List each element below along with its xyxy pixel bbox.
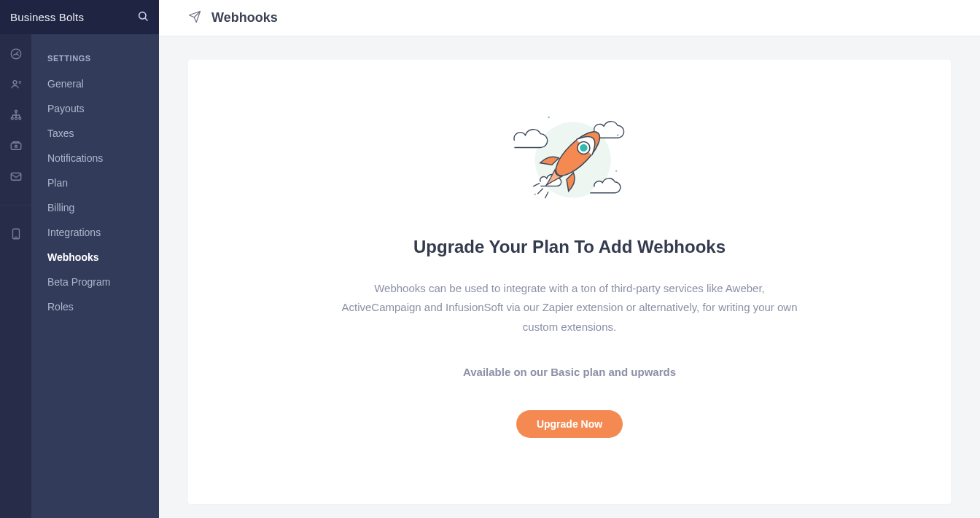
topbar: Webhooks — [159, 0, 980, 36]
sidebar-item-general[interactable]: General — [31, 71, 159, 96]
paper-plane-icon — [188, 10, 201, 26]
svg-line-22 — [534, 182, 540, 188]
brandbar: Business Bolts — [0, 0, 159, 34]
search-icon[interactable] — [137, 10, 149, 25]
sidebar-section-label: SETTINGS — [31, 36, 159, 71]
upgrade-availability: Available on our Basic plan and upwards — [463, 366, 676, 378]
svg-point-5 — [11, 117, 13, 119]
docs-icon[interactable] — [9, 227, 23, 240]
sidebar-item-notifications[interactable]: Notifications — [31, 146, 159, 170]
mail-icon[interactable] — [9, 170, 23, 183]
payments-icon[interactable] — [9, 139, 23, 152]
sidebar-item-label: Taxes — [47, 127, 74, 139]
sidebar-item-label: Webhooks — [47, 251, 99, 263]
sidebar-item-payouts[interactable]: Payouts — [31, 96, 159, 121]
sidebar-item-label: Payouts — [47, 103, 85, 114]
svg-point-17 — [534, 193, 536, 195]
sidebar-item-roles[interactable]: Roles — [31, 294, 159, 319]
svg-line-23 — [544, 192, 550, 198]
svg-line-21 — [538, 189, 543, 194]
dashboard-icon[interactable] — [9, 47, 23, 60]
sidebar-item-label: General — [47, 78, 84, 90]
page-title: Webhooks — [211, 10, 278, 25]
svg-point-15 — [617, 134, 618, 136]
rail-divider — [0, 205, 31, 205]
sidebar-item-label: Integrations — [47, 227, 101, 238]
sidebar-item-label: Notifications — [47, 152, 103, 164]
sidebar-item-beta-program[interactable]: Beta Program — [31, 270, 159, 294]
svg-point-6 — [15, 117, 17, 119]
icon-rail — [0, 0, 31, 518]
upgrade-card: Upgrade Your Plan To Add Webhooks Webhoo… — [188, 60, 951, 504]
sidebar-item-label: Roles — [47, 301, 74, 313]
svg-point-7 — [18, 117, 20, 119]
sidebar-item-integrations[interactable]: Integrations — [31, 220, 159, 245]
sidebar-item-webhooks[interactable]: Webhooks — [31, 245, 159, 270]
sidebar-item-label: Plan — [47, 177, 68, 189]
svg-point-3 — [13, 81, 17, 85]
svg-point-16 — [615, 170, 617, 171]
upgrade-heading: Upgrade Your Plan To Add Webhooks — [413, 237, 726, 257]
sidebar-item-plan[interactable]: Plan — [31, 170, 159, 195]
main: Webhooks — [159, 0, 980, 518]
svg-point-14 — [548, 117, 549, 118]
brand-name: Business Bolts — [10, 11, 84, 23]
sidebar-item-label: Beta Program — [47, 276, 110, 288]
network-icon[interactable] — [9, 109, 23, 122]
sidebar-item-taxes[interactable]: Taxes — [31, 121, 159, 146]
sidebar-item-label: Billing — [47, 202, 74, 213]
svg-point-9 — [15, 145, 17, 147]
svg-rect-8 — [11, 143, 21, 149]
rocket-illustration — [508, 103, 631, 216]
affiliates-icon[interactable] — [9, 78, 23, 91]
svg-line-1 — [145, 18, 147, 20]
upgrade-body: Webhooks can be used to integrate with a… — [340, 279, 799, 337]
sidebar: SETTINGS General Payouts Taxes Notificat… — [31, 0, 159, 518]
svg-point-4 — [15, 110, 17, 112]
svg-rect-10 — [11, 173, 21, 181]
sidebar-item-billing[interactable]: Billing — [31, 195, 159, 220]
upgrade-button[interactable]: Upgrade Now — [516, 410, 623, 438]
content: Upgrade Your Plan To Add Webhooks Webhoo… — [159, 36, 980, 518]
